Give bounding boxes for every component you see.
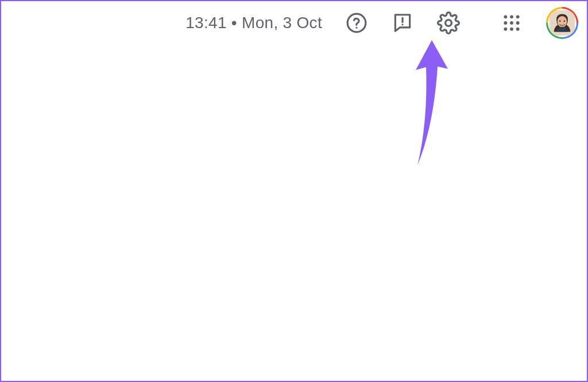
profile-avatar[interactable] [546, 7, 578, 39]
svg-point-5 [504, 15, 507, 18]
svg-point-13 [516, 27, 520, 30]
svg-point-1 [355, 26, 357, 28]
help-circle-icon [346, 12, 368, 34]
settings-button[interactable] [431, 6, 466, 40]
feedback-button[interactable] [385, 6, 420, 40]
apps-grid-icon [502, 14, 521, 32]
svg-point-16 [559, 20, 560, 21]
annotation-arrow [397, 34, 461, 174]
gear-icon [437, 11, 460, 34]
svg-point-12 [510, 27, 513, 30]
datetime-label: 13:41 • Mon, 3 Oct [185, 14, 322, 32]
help-button[interactable] [339, 6, 374, 40]
feedback-icon [392, 12, 413, 34]
svg-point-10 [516, 21, 520, 25]
svg-point-6 [510, 15, 513, 18]
apps-button[interactable] [494, 6, 529, 40]
top-toolbar: 13:41 • Mon, 3 Oct [1, 1, 587, 44]
svg-point-7 [516, 15, 520, 18]
svg-point-11 [504, 27, 507, 30]
svg-point-4 [446, 20, 452, 26]
svg-point-8 [504, 21, 507, 25]
svg-point-3 [401, 24, 403, 25]
avatar-image [548, 9, 577, 37]
svg-point-9 [510, 21, 513, 25]
svg-point-17 [564, 20, 565, 21]
